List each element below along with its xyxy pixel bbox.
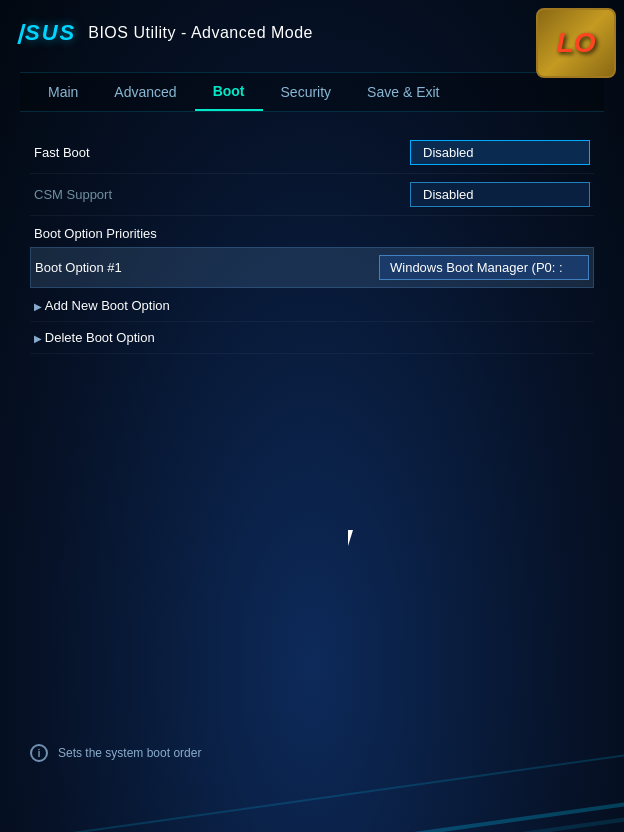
add-new-boot-option-item[interactable]: Add New Boot Option	[30, 290, 594, 322]
corner-badge: LO	[536, 8, 616, 78]
asus-logo: SUS	[20, 20, 76, 46]
settings-area: Fast Boot Disabled CSM Support Disabled …	[20, 132, 604, 354]
boot-option-priorities-header: Boot Option Priorities	[30, 216, 594, 247]
corner-text: LO	[557, 27, 596, 59]
status-text: Sets the system boot order	[58, 746, 201, 760]
boot-option-1-value[interactable]: Windows Boot Manager (P0: :	[379, 255, 589, 280]
csm-support-row: CSM Support Disabled	[30, 174, 594, 216]
bios-title: BIOS Utility - Advanced Mode	[88, 24, 313, 42]
csm-support-value[interactable]: Disabled	[410, 182, 590, 207]
navigation: Main Advanced Boot Security Save & Exit	[20, 72, 604, 112]
boot-option-1-label: Boot Option #1	[35, 260, 122, 275]
nav-item-advanced[interactable]: Advanced	[96, 74, 194, 110]
status-bar: i Sets the system boot order	[0, 734, 624, 772]
delete-boot-option-item[interactable]: Delete Boot Option	[30, 322, 594, 354]
boot-option-1-row: Boot Option #1 Windows Boot Manager (P0:…	[30, 247, 594, 288]
nav-item-security[interactable]: Security	[263, 74, 350, 110]
fast-boot-row: Fast Boot Disabled	[30, 132, 594, 174]
fast-boot-value[interactable]: Disabled	[410, 140, 590, 165]
fast-boot-label: Fast Boot	[34, 145, 90, 160]
nav-item-boot[interactable]: Boot	[195, 73, 263, 111]
nav-item-save-exit[interactable]: Save & Exit	[349, 74, 457, 110]
nav-item-main[interactable]: Main	[30, 74, 96, 110]
corner-decoration: LO	[524, 0, 624, 90]
background-lines	[0, 712, 624, 832]
info-icon: i	[30, 744, 48, 762]
header: SUS BIOS Utility - Advanced Mode	[20, 20, 604, 56]
csm-support-label: CSM Support	[34, 187, 112, 202]
